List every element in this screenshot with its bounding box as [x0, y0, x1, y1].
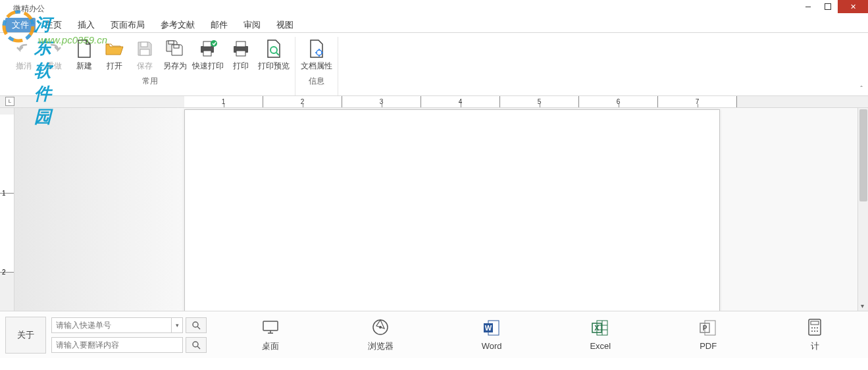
ruler-mark: 1 — [184, 96, 263, 108]
ruler-mark: 2 — [263, 96, 342, 108]
calc-icon — [805, 318, 824, 336]
scrollbar-down-icon[interactable]: ▾ — [861, 302, 864, 309]
express-input[interactable] — [51, 317, 183, 333]
svg-rect-5 — [174, 45, 179, 48]
translate-input[interactable] — [51, 337, 183, 353]
svg-text:P: P — [703, 325, 707, 332]
launcher-browser[interactable]: 浏览器 — [368, 318, 394, 352]
svg-point-42 — [811, 330, 813, 332]
svg-rect-2 — [141, 42, 147, 47]
ruler-mark: 4 — [421, 96, 500, 108]
launcher-calc[interactable]: 计 — [805, 318, 824, 352]
express-search-button[interactable] — [186, 317, 207, 333]
ribbon-collapse-button[interactable]: ˆ — [860, 85, 863, 93]
svg-rect-11 — [236, 41, 245, 47]
vertical-scrollbar[interactable]: ▾ — [857, 108, 868, 311]
svg-point-16 — [193, 322, 198, 327]
minimize-button[interactable] — [798, 0, 818, 13]
menu-file[interactable]: 文件 — [5, 18, 36, 32]
maximize-button[interactable] — [818, 0, 838, 13]
ribbon-group-info: 文档属性 信息 — [295, 37, 338, 95]
undo-button[interactable]: 撤消 — [9, 37, 38, 73]
svg-rect-3 — [140, 49, 149, 55]
ribbon-group-common: 撤消 重做 新建 打开 — [5, 37, 295, 95]
ribbon-group-info-label: 信息 — [309, 76, 324, 88]
window-title: 微精办公 — [13, 3, 45, 14]
ruler-mark: 5 — [500, 96, 579, 108]
document-canvas[interactable] — [14, 108, 857, 311]
save-icon — [134, 38, 155, 59]
redo-icon — [43, 38, 64, 59]
menubar: 文件 主页 插入 页面布局 参考文献 邮件 审阅 视图 — [0, 17, 868, 33]
print-icon — [230, 38, 251, 59]
launcher-excel[interactable]: XExcel — [590, 319, 611, 351]
ruler-mark: 7 — [658, 96, 737, 108]
scrollbar-thumb[interactable] — [859, 109, 867, 201]
close-button[interactable] — [838, 0, 868, 13]
quickprint-icon — [197, 38, 218, 59]
svg-point-41 — [817, 327, 818, 329]
svg-rect-7 — [203, 41, 211, 47]
ruler-mark: 1 — [0, 115, 14, 194]
printpreview-icon — [263, 38, 284, 59]
menu-review[interactable]: 审阅 — [237, 18, 267, 32]
svg-rect-8 — [203, 51, 211, 56]
svg-point-44 — [817, 330, 818, 332]
browser-icon — [371, 318, 390, 336]
svg-text:W: W — [485, 324, 492, 332]
save-button[interactable]: 保存 — [130, 37, 159, 73]
launcher-label: Word — [482, 341, 502, 351]
launcher-word[interactable]: WWord — [482, 319, 502, 351]
svg-rect-38 — [811, 321, 819, 325]
undo-icon — [13, 38, 34, 59]
window-controls — [798, 0, 868, 13]
svg-rect-20 — [263, 321, 278, 330]
launcher-desktop[interactable]: 桌面 — [261, 318, 280, 352]
menu-view[interactable]: 视图 — [270, 18, 300, 32]
print-button[interactable]: 打印 — [226, 37, 255, 73]
open-button[interactable]: 打开 — [100, 37, 129, 73]
vertical-ruler: 12 — [0, 108, 14, 311]
launcher-label: 桌面 — [262, 340, 279, 352]
ribbon-group-common-label: 常用 — [142, 76, 158, 88]
svg-point-43 — [814, 330, 815, 332]
docprops-button[interactable]: 文档属性 — [299, 37, 334, 73]
launcher-label: PDF — [700, 341, 717, 351]
search-icon — [191, 321, 201, 330]
svg-point-39 — [811, 327, 813, 329]
saveas-icon — [165, 38, 186, 59]
svg-point-40 — [814, 327, 815, 329]
svg-point-24 — [379, 326, 382, 329]
new-file-icon — [74, 38, 95, 59]
svg-line-19 — [197, 346, 200, 349]
open-folder-icon — [104, 38, 125, 59]
quickprint-button[interactable]: 快速打印 — [191, 37, 225, 73]
ruler-corner: L — [5, 97, 14, 106]
new-button[interactable]: 新建 — [70, 37, 99, 73]
saveas-button[interactable]: 另存为 — [161, 37, 190, 73]
excel-icon: X — [591, 319, 609, 337]
menu-mail[interactable]: 邮件 — [204, 18, 234, 32]
pdf-icon: P — [699, 319, 717, 337]
about-button[interactable]: 关于 — [5, 317, 46, 354]
menu-home[interactable]: 主页 — [38, 18, 68, 32]
menu-insert[interactable]: 插入 — [71, 18, 101, 32]
redo-button[interactable]: 重做 — [39, 37, 68, 73]
printpreview-button[interactable]: 打印预览 — [257, 37, 291, 73]
document-area: 12 ▾ — [0, 108, 868, 311]
docprops-icon — [306, 38, 327, 59]
translate-search-button[interactable] — [186, 337, 207, 353]
ruler-mark: 6 — [579, 96, 658, 108]
titlebar: 微精办公 — [0, 0, 868, 17]
search-icon — [191, 340, 201, 350]
menu-page-layout[interactable]: 页面布局 — [104, 18, 151, 32]
svg-point-9 — [211, 40, 217, 47]
document-page[interactable] — [184, 109, 720, 311]
ruler-mark: 2 — [0, 194, 14, 273]
bottom-panel: 关于 ▾ 桌面浏览器WWordXExcelPPDF计 — [0, 311, 868, 358]
svg-rect-12 — [236, 51, 245, 56]
menu-references[interactable]: 参考文献 — [154, 18, 201, 32]
launcher-label: Excel — [590, 341, 611, 351]
horizontal-ruler: L 1234567 — [0, 96, 868, 108]
launcher-pdf[interactable]: PPDF — [699, 319, 717, 351]
